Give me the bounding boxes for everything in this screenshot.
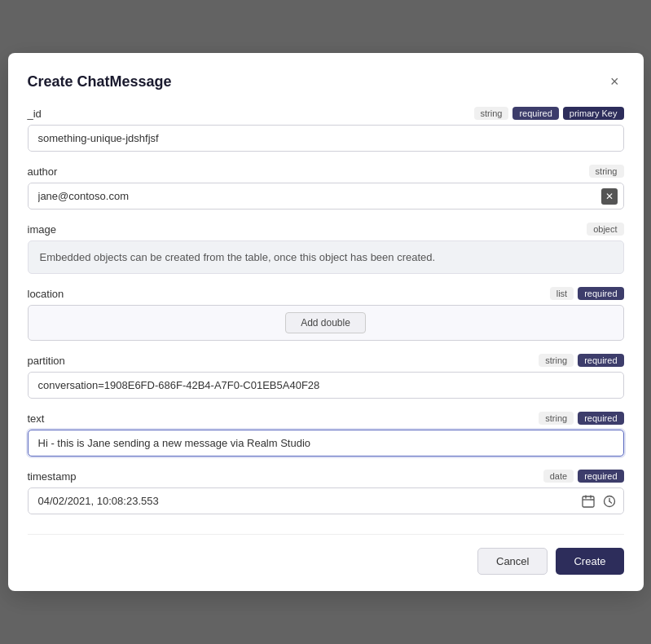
badge-text-type: string xyxy=(539,412,574,425)
image-info-text: Embedded objects can be created from the… xyxy=(40,251,436,263)
field-timestamp-badges: date required xyxy=(543,470,624,483)
close-button[interactable]: × xyxy=(605,73,624,90)
field-id-input[interactable] xyxy=(28,125,624,152)
badge-image-type: object xyxy=(587,223,623,236)
field-author-input-container: ✕ xyxy=(28,183,624,210)
cancel-button[interactable]: Cancel xyxy=(477,548,548,575)
field-author-badges: string xyxy=(589,165,624,178)
add-double-button[interactable]: Add double xyxy=(285,312,366,333)
badge-author-type: string xyxy=(589,165,624,178)
field-partition: partition string required xyxy=(28,354,624,399)
field-partition-input[interactable] xyxy=(28,372,624,399)
modal-title: Create ChatMessage xyxy=(28,73,172,90)
timestamp-icon-buttons xyxy=(580,493,618,509)
field-text: text string required xyxy=(28,412,624,457)
field-author-label: author xyxy=(28,165,58,178)
badge-partition-required: required xyxy=(578,354,623,367)
badge-location-required: required xyxy=(578,287,623,300)
badge-id-primary-key: primary Key xyxy=(563,107,624,120)
badge-partition-type: string xyxy=(539,354,574,367)
badge-timestamp-required: required xyxy=(578,470,623,483)
field-text-header: text string required xyxy=(28,412,624,425)
badge-timestamp-type: date xyxy=(543,470,574,483)
field-image-header: image object xyxy=(28,223,624,236)
field-author-input[interactable] xyxy=(28,183,624,210)
modal-header: Create ChatMessage × xyxy=(28,73,624,90)
image-info-box: Embedded objects can be created from the… xyxy=(28,240,624,274)
field-text-label: text xyxy=(28,412,45,425)
field-location: location list required Add double xyxy=(28,287,624,341)
timestamp-input-container xyxy=(28,487,624,514)
field-timestamp: timestamp date required xyxy=(28,470,624,514)
field-location-header: location list required xyxy=(28,287,624,300)
field-text-badges: string required xyxy=(539,412,623,425)
field-partition-header: partition string required xyxy=(28,354,624,367)
field-location-badges: list required xyxy=(550,287,624,300)
author-clear-button[interactable]: ✕ xyxy=(601,188,618,205)
create-button[interactable]: Create xyxy=(556,548,623,575)
field-author-header: author string xyxy=(28,165,624,178)
badge-text-required: required xyxy=(578,412,623,425)
field-timestamp-label: timestamp xyxy=(28,470,77,483)
calendar-icon xyxy=(582,495,595,508)
field-timestamp-header: timestamp date required xyxy=(28,470,624,483)
field-author: author string ✕ xyxy=(28,165,624,210)
field-timestamp-input[interactable] xyxy=(28,487,624,514)
svg-line-6 xyxy=(609,501,612,503)
field-id-badges: string required primary Key xyxy=(474,107,624,120)
badge-id-required: required xyxy=(512,107,558,120)
field-location-label: location xyxy=(28,288,64,300)
modal-footer: Cancel Create xyxy=(28,534,624,575)
field-image-badges: object xyxy=(587,223,623,236)
clock-icon xyxy=(603,495,616,508)
location-add-container: Add double xyxy=(28,305,624,341)
field-image: image object Embedded objects can be cre… xyxy=(28,223,624,274)
badge-location-type: list xyxy=(550,287,574,300)
badge-id-type: string xyxy=(474,107,509,120)
field-partition-badges: string required xyxy=(539,354,623,367)
field-text-input[interactable] xyxy=(28,430,624,457)
field-id-label: _id xyxy=(28,108,42,120)
field-id: _id string required primary Key xyxy=(28,107,624,152)
field-id-header: _id string required primary Key xyxy=(28,107,624,120)
field-image-label: image xyxy=(28,223,56,236)
modal-overlay: Create ChatMessage × _id string required… xyxy=(0,0,651,644)
svg-rect-0 xyxy=(583,496,594,507)
field-partition-label: partition xyxy=(28,355,65,367)
clock-icon-button[interactable] xyxy=(601,493,618,509)
calendar-icon-button[interactable] xyxy=(580,493,596,509)
create-chat-message-modal: Create ChatMessage × _id string required… xyxy=(8,53,644,591)
